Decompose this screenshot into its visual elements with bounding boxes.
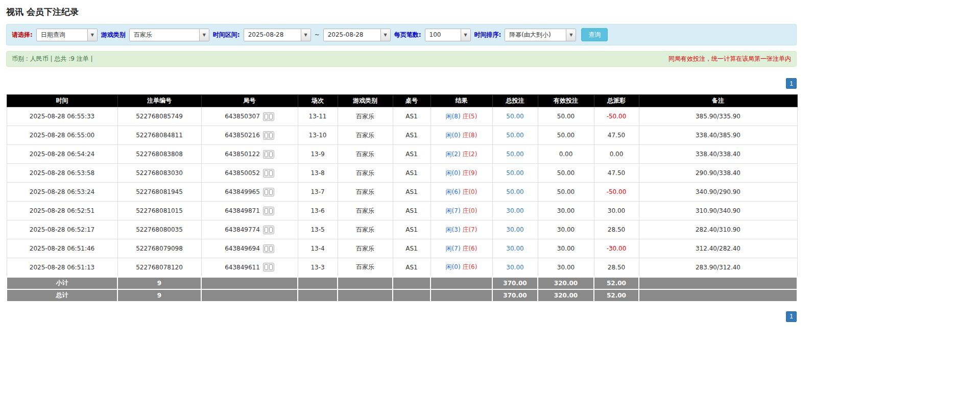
footer-cell: 总计: [7, 289, 117, 302]
total-bet-cell[interactable]: 50.00: [492, 145, 538, 164]
round-id: 643849774: [225, 226, 260, 233]
column-header: 时间: [7, 95, 117, 107]
bet-time-cell: 2025-08-28 06:54:24: [7, 145, 117, 164]
view-cards-icon[interactable]: [263, 150, 274, 159]
table-no-cell: AS1: [393, 258, 431, 277]
select-label: 请选择:: [12, 31, 33, 39]
view-cards-icon[interactable]: [263, 207, 274, 215]
total-bet-cell[interactable]: 30.00: [492, 202, 538, 220]
round-id: 643850307: [225, 113, 260, 120]
date-separator: ~: [315, 31, 320, 38]
search-button[interactable]: 查询: [581, 28, 608, 41]
payout-cell: 0.00: [594, 145, 639, 164]
page-size-value: 100: [425, 29, 461, 41]
total-bet-cell[interactable]: 30.00: [492, 220, 538, 239]
note-cell: 312.40/282.40: [639, 239, 797, 258]
bet-time-cell: 2025-08-28 06:51:46: [7, 239, 117, 258]
chevron-down-icon[interactable]: ▼: [87, 29, 97, 41]
result-cell: 闲(0) 庄(9): [431, 164, 492, 183]
valid-bet-cell: 50.00: [538, 107, 594, 126]
view-cards-icon[interactable]: [263, 226, 274, 234]
result-player: 闲(0): [446, 263, 461, 270]
round-id-cell: 643849965: [201, 183, 298, 202]
date-to-select[interactable]: 2025-08-28 ▼: [323, 29, 391, 41]
result-banker: 庄(6): [462, 263, 477, 270]
page-size-select[interactable]: 100 ▼: [425, 29, 471, 41]
sort-select[interactable]: 降幂(由大到小) ▼: [505, 29, 576, 41]
table-no-cell: AS1: [393, 145, 431, 164]
table-no-cell: AS1: [393, 126, 431, 145]
game-type-select[interactable]: 百家乐 ▼: [129, 29, 209, 41]
valid-bet-cell: 50.00: [538, 126, 594, 145]
valid-bet-cell: 0.00: [538, 145, 594, 164]
view-cards-icon[interactable]: [263, 112, 274, 121]
footer-cell: [639, 289, 797, 302]
valid-bet-cell: 30.00: [538, 258, 594, 277]
view-cards-icon[interactable]: [263, 244, 274, 253]
view-cards-icon[interactable]: [263, 169, 274, 178]
footer-cell: [201, 277, 298, 289]
bet-id-cell: 522768083030: [117, 164, 201, 183]
table-no-cell: AS1: [393, 183, 431, 202]
bet-id-cell: 522768085749: [117, 107, 201, 126]
chevron-down-icon[interactable]: ▼: [566, 29, 576, 41]
round-id-cell: 643849694: [201, 239, 298, 258]
pagination-bottom: 1: [6, 311, 797, 322]
footer-cell: 52.00: [594, 289, 639, 302]
total-bet-cell[interactable]: 30.00: [492, 258, 538, 277]
date-from-value: 2025-08-28: [244, 29, 301, 41]
table-row: 2025-08-28 06:55:00522768084811643850216…: [7, 126, 797, 145]
round-id-cell: 643849871: [201, 202, 298, 220]
payout-cell: 30.00: [594, 202, 639, 220]
table-row: 2025-08-28 06:53:58522768083030643850052…: [7, 164, 797, 183]
footer-cell: [639, 277, 797, 289]
valid-bet-cell: 30.00: [538, 220, 594, 239]
bet-time-cell: 2025-08-28 06:55:33: [7, 107, 117, 126]
result-player: 闲(6): [446, 188, 461, 195]
column-header: 备注: [639, 95, 797, 107]
view-cards-icon[interactable]: [263, 131, 274, 140]
footer-cell: [201, 289, 298, 302]
column-header: 有效投注: [538, 95, 594, 107]
note-cell: 338.40/338.40: [639, 145, 797, 164]
date-to-value: 2025-08-28: [324, 29, 380, 41]
note-cell: 282.40/310.90: [639, 220, 797, 239]
game-type-cell: 百家乐: [338, 145, 393, 164]
payout-cell: -50.00: [594, 107, 639, 126]
note-cell: 283.90/312.40: [639, 258, 797, 277]
result-player: 闲(0): [446, 169, 461, 177]
valid-bet-notice: 同局有效投注，统一计算在该局第一张注单内: [668, 55, 791, 63]
round-id: 643850052: [225, 169, 260, 177]
bet-time-cell: 2025-08-28 06:51:13: [7, 258, 117, 277]
result-player: 闲(7): [446, 245, 461, 252]
view-cards-icon[interactable]: [263, 188, 274, 196]
total-bet-cell[interactable]: 50.00: [492, 126, 538, 145]
footer-cell: [298, 277, 338, 289]
session-cell: 13-6: [298, 202, 338, 220]
column-header: 局号: [201, 95, 298, 107]
round-id: 643849871: [225, 207, 260, 214]
valid-bet-cell: 30.00: [538, 239, 594, 258]
total-bet-cell[interactable]: 50.00: [492, 107, 538, 126]
page-1-button[interactable]: 1: [786, 78, 797, 89]
total-bet-cell[interactable]: 30.00: [492, 239, 538, 258]
result-banker: 庄(5): [462, 113, 477, 120]
table-no-cell: AS1: [393, 239, 431, 258]
bet-id-cell: 522768083808: [117, 145, 201, 164]
session-cell: 13-7: [298, 183, 338, 202]
result-player: 闲(8): [446, 113, 461, 120]
view-cards-icon[interactable]: [263, 263, 274, 271]
total-bet-cell[interactable]: 50.00: [492, 164, 538, 183]
session-cell: 13-5: [298, 220, 338, 239]
query-type-select[interactable]: 日期查询 ▼: [36, 29, 98, 41]
chevron-down-icon[interactable]: ▼: [199, 29, 209, 41]
chevron-down-icon[interactable]: ▼: [301, 29, 310, 41]
page-1-button[interactable]: 1: [786, 311, 797, 322]
total-bet-cell[interactable]: 50.00: [492, 183, 538, 202]
chevron-down-icon[interactable]: ▼: [380, 29, 390, 41]
result-banker: 庄(9): [462, 169, 477, 177]
date-from-select[interactable]: 2025-08-28 ▼: [244, 29, 311, 41]
result-banker: 庄(0): [462, 207, 477, 214]
chevron-down-icon[interactable]: ▼: [461, 29, 470, 41]
session-cell: 13-4: [298, 239, 338, 258]
